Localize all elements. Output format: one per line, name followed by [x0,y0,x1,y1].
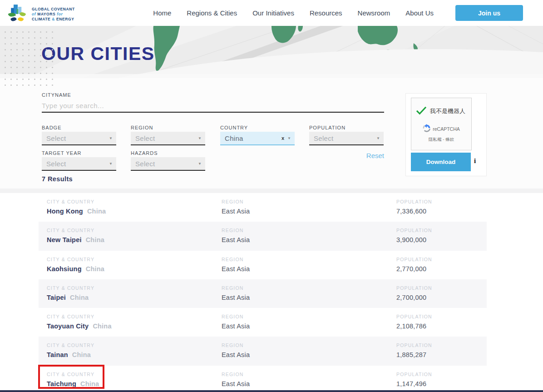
nav-item-our-initiatives[interactable]: Our Initiatives [252,9,294,17]
column-label: POPULATION [396,372,432,377]
region-value: East Asia [222,351,250,358]
search-input[interactable] [42,99,384,113]
table-row-taipei[interactable]: CITY & COUNTRY TaipeiChina REGION East A… [39,279,487,308]
column-label: POPULATION [396,228,432,233]
population-select[interactable]: Select ▼ [309,132,384,145]
table-row-hong-kong[interactable]: CITY & COUNTRY Hong KongChina REGION Eas… [39,193,487,222]
region-value: East Asia [222,380,250,387]
info-icon[interactable]: i [474,157,476,165]
logo-icon [7,3,28,25]
results-count: 7 Results [42,175,73,183]
population-value: 1,147,496 [396,380,432,387]
population-value: 2,770,000 [396,265,432,273]
column-label: REGION [222,372,250,377]
column-label: CITY & COUNTRY [47,314,112,319]
country-name: China [86,265,104,273]
region-value: East Asia [222,236,250,243]
column-label: CITY & COUNTRY [47,342,94,348]
column-label: REGION [222,314,250,319]
target-year-label: TARGET YEAR [42,150,81,156]
city-name: Hong Kong [47,208,83,215]
column-label: POPULATION [396,342,432,348]
badge-select[interactable]: Select ▼ [42,132,116,145]
recaptcha-brand: reCAPTCHA [433,126,460,132]
chevron-down-icon: ▼ [109,136,113,140]
badge-label: BADGE [42,125,62,130]
checkmark-icon [416,106,427,117]
recaptcha-widget[interactable]: 我不是機器人 reCAPTCHA 隱私權 - 條款 [411,98,472,150]
city-name: Kaohsiung [47,265,82,273]
population-value: 1,885,287 [396,351,432,358]
recaptcha-terms[interactable]: 隱私權 - 條款 [411,137,471,143]
region-value: East Asia [222,265,250,273]
hazards-select[interactable]: Select ▼ [131,157,205,171]
country-name: China [72,351,91,358]
table-row-new-taipei[interactable]: CITY & COUNTRY New TaipeiChina REGION Ea… [39,222,487,250]
column-label: CITY & COUNTRY [47,228,104,233]
region-value: East Asia [222,208,250,215]
nav-item-newsroom[interactable]: Newsroom [358,9,390,17]
column-label: REGION [222,257,250,262]
nav-item-about-us[interactable]: About Us [405,9,434,17]
population-value: 2,108,786 [396,323,432,330]
column-label: CITY & COUNTRY [47,199,106,204]
column-label: REGION [222,228,250,233]
city-name: Taoyuan City [47,323,89,330]
column-label: CITY & COUNTRY [47,257,104,262]
region-value: East Asia [222,294,250,301]
nav-item-home[interactable]: Home [153,9,171,17]
chevron-down-icon: ▼ [376,136,380,140]
dot-pattern-decoration [2,29,53,89]
recaptcha-label: 我不是機器人 [430,107,465,115]
population-value: 3,900,000 [396,236,432,243]
bottom-bar-decoration [0,390,543,392]
main-nav: Home Regions & Cities Our Initiatives Re… [153,0,523,26]
chevron-down-icon: ▼ [198,136,202,140]
hazards-label: HAZARDS [131,150,158,156]
column-label: POPULATION [396,257,432,262]
population-label: POPULATION [309,125,346,130]
logo-text: GLOBAL COVENANT of MAYORS for CLIMATE & … [32,7,75,22]
page-title: OUR CITIES [41,43,155,65]
country-label: COUNTRY [220,125,248,130]
table-row-taichung[interactable]: CITY & COUNTRY TaichungChina REGION East… [39,366,487,392]
download-button[interactable]: Download [411,153,471,171]
region-value: East Asia [222,323,250,330]
population-value: 7,336,600 [396,208,432,215]
our-cities-page: GLOBAL COVENANT of MAYORS for CLIMATE & … [0,0,543,392]
country-select[interactable]: China x ▼ [220,132,295,145]
clear-icon[interactable]: x [281,135,284,141]
reset-link[interactable]: Reset [309,152,384,159]
city-name: New Taipei [47,236,82,243]
results-list: CITY & COUNTRY Hong KongChina REGION Eas… [39,193,487,392]
filter-section: CITYNAME BADGE Select ▼ REGION Select ▼ … [0,78,543,189]
download-panel: 我不是機器人 reCAPTCHA 隱私權 - 條款 Download i [405,93,487,176]
column-label: POPULATION [396,199,432,204]
table-row-tainan[interactable]: CITY & COUNTRY TainanChina REGION East A… [39,337,487,365]
region-label: REGION [131,125,153,130]
country-name: China [86,236,104,243]
city-name: Taipei [47,294,66,301]
hero-banner: OUR CITIES [0,26,543,78]
nav-item-regions-cities[interactable]: Regions & Cities [187,9,237,17]
population-value: 2,700,000 [396,294,432,301]
country-name: China [70,294,89,301]
highlight-box [38,365,104,389]
join-us-button[interactable]: Join us [455,5,523,21]
column-label: REGION [222,285,250,291]
section-divider [0,189,543,193]
nav-item-resources[interactable]: Resources [310,9,342,17]
region-select[interactable]: Select ▼ [131,132,205,145]
target-year-select[interactable]: Select ▼ [42,157,116,171]
column-label: POPULATION [396,314,432,319]
country-name: China [93,323,111,330]
column-label: REGION [222,199,250,204]
table-row-kaohsiung[interactable]: CITY & COUNTRY KaohsiungChina REGION Eas… [39,251,487,279]
chevron-down-icon: ▼ [109,162,113,166]
table-row-taoyuan-city[interactable]: CITY & COUNTRY Taoyuan CityChina REGION … [39,308,487,337]
site-logo[interactable]: GLOBAL COVENANT of MAYORS for CLIMATE & … [7,3,75,25]
recaptcha-logo-icon [423,124,431,134]
header: GLOBAL COVENANT of MAYORS for CLIMATE & … [0,0,543,26]
column-label: POPULATION [396,285,432,291]
column-label: REGION [222,342,250,348]
